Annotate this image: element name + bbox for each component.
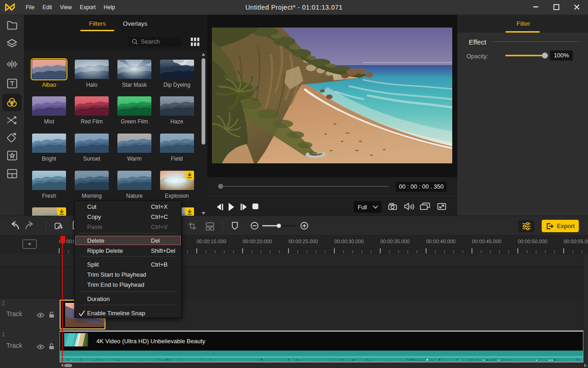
- svg-text:Full: Full: [358, 204, 367, 211]
